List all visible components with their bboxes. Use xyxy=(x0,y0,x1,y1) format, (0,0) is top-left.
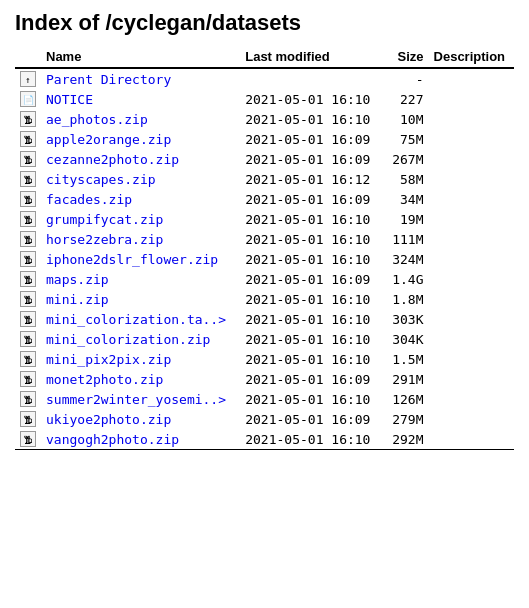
row-name[interactable]: vangogh2photo.zip xyxy=(41,429,240,449)
row-name[interactable]: horse2zebra.zip xyxy=(41,229,240,249)
row-icon: 🗜 xyxy=(15,149,41,169)
row-icon: 🗜 xyxy=(15,429,41,449)
row-date: 2021-05-01 16:10 xyxy=(240,289,385,309)
row-description xyxy=(429,369,514,389)
row-icon: 🗜 xyxy=(15,289,41,309)
row-name[interactable]: NOTICE xyxy=(41,89,240,109)
row-size: 267M xyxy=(385,149,428,169)
col-modified-header[interactable]: Last modified xyxy=(240,46,385,68)
row-size: 324M xyxy=(385,249,428,269)
row-icon: 📄 xyxy=(15,89,41,109)
row-description xyxy=(429,189,514,209)
file-link[interactable]: monet2photo.zip xyxy=(46,372,163,387)
row-date: 2021-05-01 16:10 xyxy=(240,89,385,109)
row-name[interactable]: ukiyoe2photo.zip xyxy=(41,409,240,429)
row-icon: 🗜 xyxy=(15,249,41,269)
row-icon: 🗜 xyxy=(15,209,41,229)
row-description xyxy=(429,109,514,129)
file-link[interactable]: apple2orange.zip xyxy=(46,132,171,147)
file-link[interactable]: grumpifycat.zip xyxy=(46,212,163,227)
file-link[interactable]: ae_photos.zip xyxy=(46,112,148,127)
file-link[interactable]: facades.zip xyxy=(46,192,132,207)
row-icon: ↑ xyxy=(15,69,41,89)
row-name[interactable]: mini_colorization.ta..> xyxy=(41,309,240,329)
row-size: 1.5M xyxy=(385,349,428,369)
file-link[interactable]: cezanne2photo.zip xyxy=(46,152,179,167)
row-description xyxy=(429,169,514,189)
table-row: 🗜cityscapes.zip2021-05-01 16:1258M xyxy=(15,169,514,189)
table-row: 🗜mini.zip2021-05-01 16:101.8M xyxy=(15,289,514,309)
row-size: 1.8M xyxy=(385,289,428,309)
file-link[interactable]: summer2winter_yosemi..> xyxy=(46,392,226,407)
sort-name-link[interactable]: Name xyxy=(46,49,81,64)
file-link[interactable]: vangogh2photo.zip xyxy=(46,432,179,447)
file-link[interactable]: maps.zip xyxy=(46,272,109,287)
file-link[interactable]: mini_pix2pix.zip xyxy=(46,352,171,367)
row-size: 75M xyxy=(385,129,428,149)
row-icon: 🗜 xyxy=(15,229,41,249)
row-date: 2021-05-01 16:09 xyxy=(240,129,385,149)
row-date: 2021-05-01 16:10 xyxy=(240,309,385,329)
row-size: 279M xyxy=(385,409,428,429)
row-name[interactable]: cityscapes.zip xyxy=(41,169,240,189)
row-description xyxy=(429,209,514,229)
row-date xyxy=(240,69,385,89)
file-link[interactable]: mini_colorization.zip xyxy=(46,332,210,347)
sort-description-link[interactable]: Description xyxy=(434,49,506,64)
table-row: 🗜vangogh2photo.zip2021-05-01 16:10292M xyxy=(15,429,514,449)
row-name[interactable]: apple2orange.zip xyxy=(41,129,240,149)
col-icon-header xyxy=(15,46,41,68)
table-row: 🗜apple2orange.zip2021-05-01 16:0975M xyxy=(15,129,514,149)
row-name[interactable]: grumpifycat.zip xyxy=(41,209,240,229)
row-icon: 🗜 xyxy=(15,129,41,149)
row-name[interactable]: maps.zip xyxy=(41,269,240,289)
file-link[interactable]: horse2zebra.zip xyxy=(46,232,163,247)
row-name[interactable]: mini.zip xyxy=(41,289,240,309)
row-description xyxy=(429,229,514,249)
file-link[interactable]: iphone2dslr_flower.zip xyxy=(46,252,218,267)
row-name[interactable]: ae_photos.zip xyxy=(41,109,240,129)
row-date: 2021-05-01 16:09 xyxy=(240,189,385,209)
file-link[interactable]: cityscapes.zip xyxy=(46,172,156,187)
row-name[interactable]: facades.zip xyxy=(41,189,240,209)
row-name[interactable]: iphone2dslr_flower.zip xyxy=(41,249,240,269)
table-row: 📄NOTICE2021-05-01 16:10227 xyxy=(15,89,514,109)
row-size: 1.4G xyxy=(385,269,428,289)
table-row: 🗜summer2winter_yosemi..>2021-05-01 16:10… xyxy=(15,389,514,409)
page-title: Index of /cyclegan/datasets xyxy=(15,10,514,36)
table-row: 🗜mini_colorization.zip2021-05-01 16:1030… xyxy=(15,329,514,349)
row-date: 2021-05-01 16:10 xyxy=(240,109,385,129)
row-size: 303K xyxy=(385,309,428,329)
row-name[interactable]: cezanne2photo.zip xyxy=(41,149,240,169)
row-name[interactable]: mini_colorization.zip xyxy=(41,329,240,349)
row-name[interactable]: summer2winter_yosemi..> xyxy=(41,389,240,409)
row-date: 2021-05-01 16:09 xyxy=(240,409,385,429)
row-description xyxy=(429,429,514,449)
row-name[interactable]: monet2photo.zip xyxy=(41,369,240,389)
row-description xyxy=(429,149,514,169)
row-name[interactable]: Parent Directory xyxy=(41,69,240,89)
file-link[interactable]: mini.zip xyxy=(46,292,109,307)
row-description xyxy=(429,269,514,289)
col-size-header[interactable]: Size xyxy=(385,46,428,68)
sort-modified-link[interactable]: Last modified xyxy=(245,49,330,64)
row-description xyxy=(429,69,514,89)
table-row: 🗜monet2photo.zip2021-05-01 16:09291M xyxy=(15,369,514,389)
table-row: 🗜mini_colorization.ta..>2021-05-01 16:10… xyxy=(15,309,514,329)
file-link[interactable]: NOTICE xyxy=(46,92,93,107)
row-description xyxy=(429,389,514,409)
row-icon: 🗜 xyxy=(15,329,41,349)
row-name[interactable]: mini_pix2pix.zip xyxy=(41,349,240,369)
row-icon: 🗜 xyxy=(15,409,41,429)
row-description xyxy=(429,309,514,329)
file-link[interactable]: ukiyoe2photo.zip xyxy=(46,412,171,427)
col-name-header[interactable]: Name xyxy=(41,46,240,68)
row-size: 227 xyxy=(385,89,428,109)
sort-size-link[interactable]: Size xyxy=(398,49,424,64)
row-size: 58M xyxy=(385,169,428,189)
file-link[interactable]: mini_colorization.ta..> xyxy=(46,312,226,327)
row-description xyxy=(429,409,514,429)
col-description-header[interactable]: Description xyxy=(429,46,514,68)
parent-dir-link[interactable]: Parent Directory xyxy=(46,72,171,87)
row-description xyxy=(429,249,514,269)
